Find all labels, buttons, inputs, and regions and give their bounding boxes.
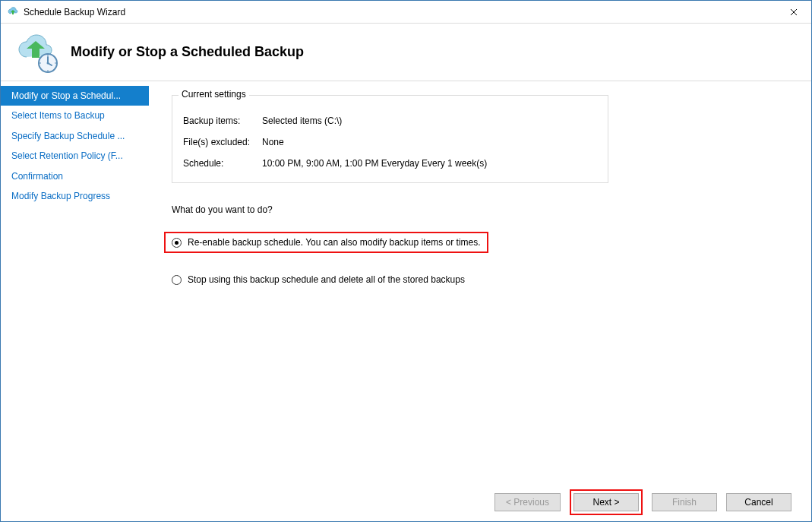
current-settings-legend: Current settings (179, 89, 249, 100)
setting-files-excluded: File(s) excluded: None (183, 137, 597, 147)
setting-value: 10:00 PM, 9:00 AM, 1:00 PM Everyday Ever… (262, 158, 597, 169)
close-icon (790, 8, 798, 16)
setting-label: File(s) excluded: (183, 137, 262, 147)
wizard-body: Modify or Stop a Schedul... Select Items… (1, 81, 811, 483)
close-button[interactable] (776, 1, 811, 24)
setting-value: None (262, 137, 597, 147)
wizard-content: Current settings Backup items: Selected … (149, 81, 811, 483)
radio-dot-icon (175, 241, 179, 245)
radio-reenable[interactable] (172, 238, 182, 248)
cancel-button[interactable]: Cancel (726, 493, 791, 511)
setting-value: Selected items (C:\) (262, 115, 597, 126)
wizard-header: Modify or Stop a Scheduled Backup (1, 24, 811, 81)
wizard-title: Modify or Stop a Scheduled Backup (71, 44, 304, 60)
option-reenable-row: Re-enable backup schedule. You can also … (172, 232, 788, 253)
option-stop-label: Stop using this backup schedule and dele… (188, 274, 465, 285)
setting-schedule: Schedule: 10:00 PM, 9:00 AM, 1:00 PM Eve… (183, 158, 597, 169)
titlebar: Schedule Backup Wizard (1, 1, 811, 24)
current-settings-group: Current settings Backup items: Selected … (172, 95, 608, 183)
setting-label: Schedule: (183, 158, 262, 169)
step-specify-schedule[interactable]: Specify Backup Schedule ... (1, 126, 149, 146)
app-icon (7, 6, 19, 18)
radio-stop[interactable] (172, 275, 182, 285)
window-title: Schedule Backup Wizard (24, 7, 776, 17)
step-confirmation[interactable]: Confirmation (1, 166, 149, 186)
wizard-steps-sidebar: Modify or Stop a Schedul... Select Items… (1, 81, 149, 483)
option-stop-row: Stop using this backup schedule and dele… (172, 274, 788, 285)
option-reenable-label: Re-enable backup schedule. You can also … (188, 237, 481, 248)
step-modify-progress[interactable]: Modify Backup Progress (1, 186, 149, 206)
step-retention-policy[interactable]: Select Retention Policy (F... (1, 146, 149, 166)
action-prompt: What do you want to do? (172, 204, 788, 215)
highlight-box: Next > (570, 489, 643, 515)
step-modify-or-stop[interactable]: Modify or Stop a Schedul... (1, 86, 149, 106)
finish-button: Finish (652, 493, 717, 511)
step-select-items[interactable]: Select Items to Backup (1, 106, 149, 125)
wizard-header-icon (16, 31, 58, 74)
setting-backup-items: Backup items: Selected items (C:\) (183, 115, 597, 126)
next-button[interactable]: Next > (573, 493, 639, 511)
setting-label: Backup items: (183, 115, 262, 126)
previous-button: < Previous (494, 493, 561, 511)
wizard-footer: < Previous Next > Finish Cancel (1, 483, 811, 521)
highlight-box: Re-enable backup schedule. You can also … (164, 232, 488, 253)
